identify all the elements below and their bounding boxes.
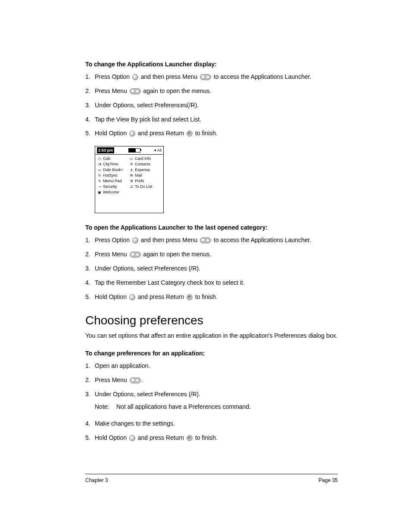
note: Note: Not all applications have a Prefer… — [95, 403, 338, 411]
step-item: 2. Press Menu again to open the menus. — [85, 250, 338, 258]
app-label: Date Book+ — [103, 168, 123, 172]
step-number: 1. — [85, 362, 95, 370]
step-item: 3. Under Options, select Preferences (/R… — [85, 390, 338, 414]
app-icon: ↻ — [97, 174, 102, 177]
device-screenshot: 2:53 pm ▾ All ◇Calc ◔CityTime ▭Date Book… — [95, 146, 164, 213]
launcher-column: ▭Card Info ✆Contacts $Expense ✉Mail ⚙Pre… — [129, 156, 152, 195]
app-item: ✎Memo Pad — [97, 179, 123, 184]
step-item: 3. Under Options, select Preferences(/R)… — [85, 101, 338, 109]
step-body: Tap the View By pick list and select Lis… — [95, 115, 338, 124]
step-number: 4. — [85, 115, 95, 124]
option-key-icon — [129, 294, 135, 300]
step-item: 5. Hold Option and press Return to finis… — [85, 129, 338, 137]
steps-list: 1. Press Option and then press Menu to a… — [85, 236, 338, 301]
section-title: To open the Applications Launcher to the… — [85, 224, 338, 232]
launcher-grid: ◇Calc ◔CityTime ▭Date Book+ ↻HotSync ✎Me… — [95, 155, 163, 196]
step-body: Press Menu . — [95, 376, 338, 384]
app-label: Prefs — [135, 179, 144, 184]
page-number: Page 35 — [318, 477, 338, 484]
note-text: Not all applications have a Preferences … — [116, 403, 251, 411]
return-key-icon — [187, 131, 193, 137]
step-number: 3. — [85, 101, 95, 109]
steps-list: 1. Press Option and then press Menu to a… — [85, 73, 338, 137]
app-label: Contacts — [135, 162, 150, 167]
app-icon: ⊸ — [97, 185, 102, 189]
app-item: ▭Date Book+ — [97, 168, 123, 172]
step-body: Hold Option and press Return to finish. — [95, 293, 338, 301]
app-label: Mail — [135, 173, 142, 178]
app-icon: ▣ — [97, 191, 102, 194]
text: and then press Menu — [139, 73, 199, 80]
text: Press Menu — [95, 376, 129, 383]
menu-key-icon — [130, 377, 141, 383]
app-icon: ☑ — [129, 185, 134, 189]
text: Under Options, select Preferences (/R). — [95, 391, 200, 398]
app-label: Security — [103, 184, 117, 189]
app-icon: ✆ — [129, 163, 134, 166]
text: Press Menu — [95, 251, 129, 258]
text: Hold Option — [95, 434, 128, 441]
app-icon: ✉ — [129, 174, 134, 177]
text: and then press Menu — [139, 236, 199, 243]
steps-list: 1. Open an application. 2. Press Menu . … — [85, 362, 338, 442]
battery-icon — [128, 148, 140, 152]
app-item: ▭Card Info — [129, 156, 152, 161]
section-title: To change the Applications Launcher disp… — [85, 60, 338, 68]
text: again to open the menus. — [142, 87, 212, 94]
step-item: 2. Press Menu again to open the menus. — [85, 87, 338, 95]
app-label: Card Info — [135, 156, 151, 161]
app-icon: ⚙ — [129, 180, 134, 183]
step-number: 2. — [85, 87, 95, 95]
app-icon: ✎ — [97, 180, 102, 183]
text: to finish. — [193, 130, 218, 137]
app-item: ⊸Security — [97, 184, 123, 189]
app-label: Memo Pad — [103, 179, 122, 184]
step-number: 2. — [85, 376, 95, 384]
step-body: Under Options, select Preferences(/R). — [95, 101, 338, 109]
app-item: ◇Calc — [97, 156, 123, 161]
step-body: Under Options, select Preferences (/R). — [95, 264, 338, 273]
app-icon: ◔ — [97, 163, 102, 166]
menu-key-icon — [200, 237, 211, 243]
return-key-icon — [187, 435, 193, 441]
step-body: Open an application. — [95, 362, 338, 370]
text: to finish. — [193, 293, 218, 300]
app-label: Welcome — [103, 190, 119, 195]
category-dropdown: ▾ All — [154, 148, 162, 153]
launcher-column: ◇Calc ◔CityTime ▭Date Book+ ↻HotSync ✎Me… — [97, 156, 123, 195]
text: to access the Applications Launcher. — [212, 236, 311, 243]
text: to finish. — [193, 434, 218, 441]
app-label: Expense — [135, 168, 150, 172]
app-item: ✉Mail — [129, 173, 152, 178]
app-item: $Expense — [129, 168, 152, 172]
step-item: 3. Under Options, select Preferences (/R… — [85, 264, 338, 273]
menu-key-icon — [130, 88, 141, 94]
step-item: 4. Tap the Remember Last Category check … — [85, 279, 338, 287]
text: again to open the menus. — [142, 251, 212, 258]
step-number: 4. — [85, 279, 95, 287]
step-number: 5. — [85, 129, 95, 137]
app-item: ▣Welcome — [97, 190, 123, 195]
step-item: 4. Make changes to the settings. — [85, 420, 338, 428]
return-key-icon — [187, 294, 193, 300]
chapter-label: Chapter 3 — [85, 477, 108, 484]
page-heading: Choosing preferences — [85, 312, 338, 329]
step-item: 4. Tap the View By pick list and select … — [85, 115, 338, 124]
menu-key-icon — [200, 74, 211, 80]
step-body: Tap the Remember Last Category check box… — [95, 279, 338, 287]
clock: 2:53 pm — [97, 147, 114, 153]
text: to access the Applications Launcher. — [212, 73, 311, 80]
text: . — [142, 376, 143, 383]
text: Press Option — [95, 73, 131, 80]
step-body: Press Menu again to open the menus. — [95, 250, 338, 258]
step-number: 3. — [85, 264, 95, 273]
text: Hold Option — [95, 293, 128, 300]
step-number: 1. — [85, 73, 95, 81]
step-body: Hold Option and press Return to finish. — [95, 434, 338, 442]
app-label: CityTime — [103, 162, 118, 167]
option-key-icon — [132, 74, 138, 80]
app-icon: $ — [129, 168, 134, 172]
app-item: ✆Contacts — [129, 162, 152, 167]
app-label: Calc — [103, 156, 111, 161]
intro-text: You can set options that affect an entir… — [85, 332, 338, 340]
